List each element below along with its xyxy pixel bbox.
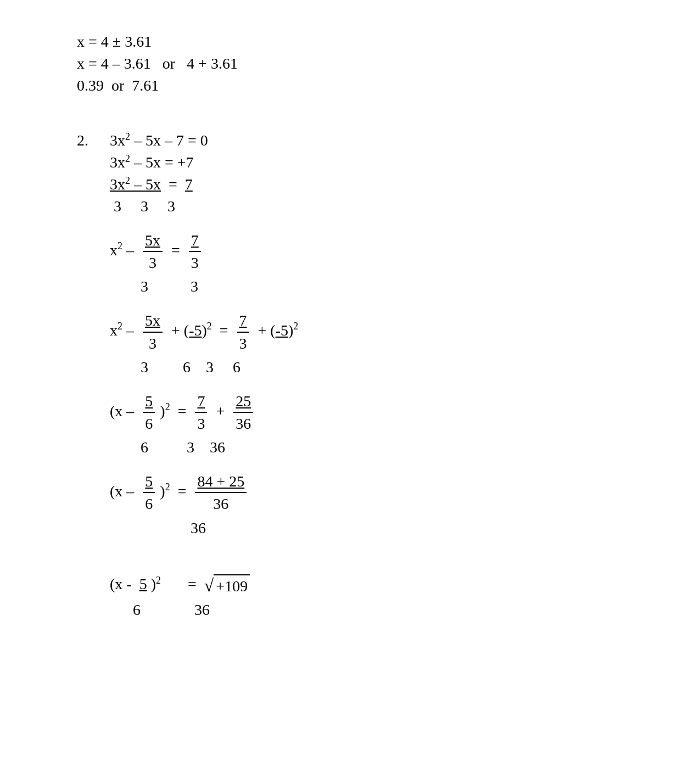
problem-2-step5: x2 – 5x 3 + (-5)2 = 7 3 + (-5)2 [110, 310, 623, 354]
eq-2-denom2: 3 3 [110, 278, 198, 295]
problem-2-header: 2. 3x2 – 5x – 7 = 0 [77, 132, 623, 149]
spacer-4 [77, 300, 623, 310]
spacer-6 [77, 461, 623, 471]
eq-2-step8-text: (x - 5 )2 = √ +109 [110, 574, 250, 597]
frac-7-3-b: 7 3 [237, 310, 249, 354]
eq-2-denom6: 6 36 [110, 601, 210, 619]
eq-2-denom3: 3 6 3 6 [110, 359, 240, 376]
problem-2-denominators5: 36 [110, 519, 623, 537]
frac-7-den: 3 [189, 252, 201, 273]
spacer-2 [77, 115, 623, 132]
problem-number-2: 2. [77, 132, 110, 149]
problem-2-step6: (x – 5 6 )2 = 7 3 + 25 36 [110, 390, 623, 434]
eq-2-step7-text: (x – 5 6 )2 = 84 + 25 36 [110, 471, 248, 514]
frac-5-6-b: 5 6 [143, 471, 155, 514]
spacer-5 [77, 380, 623, 390]
problem-2-step4: x2 – 5x 3 = 7 3 [110, 230, 623, 273]
eq-2-denom1: 3 3 3 [110, 198, 175, 215]
frac-25-36: 25 36 [233, 390, 253, 434]
underline-neg5-b: -5 [276, 322, 288, 339]
frac-7-num: 7 [189, 230, 201, 252]
frac-84plus25-den: 36 [211, 493, 231, 514]
problem-2-step2: 3x2 – 5x = +7 [110, 154, 623, 171]
frac-5x-3-b: 5x 3 [143, 310, 163, 354]
underline-5-c: 5 [139, 575, 147, 592]
frac-5-6-num: 5 [143, 390, 155, 413]
frac-5x-num: 5x [143, 230, 163, 252]
eq-2-step6-text: (x – 5 6 )2 = 7 3 + 25 36 [110, 390, 254, 434]
sqrt-content: +109 [214, 574, 250, 597]
eq-2-step1: 3x2 – 5x – 7 = 0 [110, 132, 208, 149]
frac-84plus25-num: 84 + 25 [195, 471, 247, 493]
problem-2-denominators6: 6 36 [110, 601, 623, 619]
frac-5x-over-3: 5x 3 [143, 230, 163, 273]
spacer-3 [77, 220, 623, 230]
frac-5x-den: 3 [147, 252, 159, 273]
sqrt-numerator: +109 [216, 575, 248, 597]
spacer-8 [77, 563, 623, 574]
sqrt-radical: √ [204, 575, 214, 595]
eq-2-step4-text: x2 – 5x 3 = 7 3 [110, 230, 202, 273]
eq-2-denom5: 36 [110, 519, 206, 537]
eq-x-pm: x = 4 ± 3.61 [77, 33, 152, 51]
eq-2-denom4: 6 3 36 [110, 439, 225, 456]
eq-2-step3-text: 3x2 – 5x = 7 [110, 176, 193, 193]
line-3: 0.39 or 7.61 [77, 77, 623, 94]
underline-3x2-5x: 3x2 – 5x [110, 176, 161, 193]
frac-25-36-den: 36 [233, 413, 253, 434]
problem-2-step7: (x – 5 6 )2 = 84 + 25 36 [110, 471, 623, 514]
eq-x-minus: x = 4 – 3.61 or 4 + 3.61 [77, 55, 238, 72]
problem-2-step8: (x - 5 )2 = √ +109 [110, 574, 623, 597]
problem-2-denominators3: 3 6 3 6 [110, 359, 623, 376]
frac-7-over-3: 7 3 [189, 230, 201, 273]
frac-5x-3-b-num: 5x [143, 310, 163, 332]
frac-84plus25: 84 + 25 36 [195, 471, 247, 514]
frac-5-6-den: 6 [143, 413, 155, 434]
problem-2-denominators4: 6 3 36 [110, 439, 623, 456]
eq-2-step5-text: x2 – 5x 3 + (-5)2 = 7 3 + (-5)2 [110, 310, 298, 354]
frac-7-3-c: 7 3 [195, 390, 207, 434]
frac-7-3-c-num: 7 [195, 390, 207, 413]
frac-7-3-b-den: 3 [237, 333, 249, 354]
math-content: x = 4 ± 3.61 x = 4 – 3.61 or 4 + 3.61 0.… [44, 22, 656, 634]
problem-2-step3: 3x2 – 5x = 7 [110, 176, 623, 193]
frac-5-6-b-num: 5 [143, 471, 155, 493]
frac-25-36-num: 25 [233, 390, 253, 413]
spacer-1 [77, 99, 623, 115]
problem-2-denominators1: 3 3 3 [110, 198, 623, 215]
frac-7-3-b-num: 7 [237, 310, 249, 332]
eq-results: 0.39 or 7.61 [77, 77, 159, 94]
frac-5x-3-b-den: 3 [147, 333, 159, 354]
problem-2-denominators2: 3 3 [110, 278, 623, 295]
line-2: x = 4 – 3.61 or 4 + 3.61 [77, 55, 623, 72]
frac-5-6-b-den: 6 [143, 493, 155, 514]
eq-2-step2-text: 3x2 – 5x = +7 [110, 154, 194, 171]
frac-5-6: 5 6 [143, 390, 155, 434]
underline-neg5: -5 [189, 322, 201, 339]
spacer-7 [77, 541, 623, 563]
underline-7: 7 [185, 176, 193, 193]
frac-7-3-c-den: 3 [195, 413, 207, 434]
line-1: x = 4 ± 3.61 [77, 33, 623, 51]
